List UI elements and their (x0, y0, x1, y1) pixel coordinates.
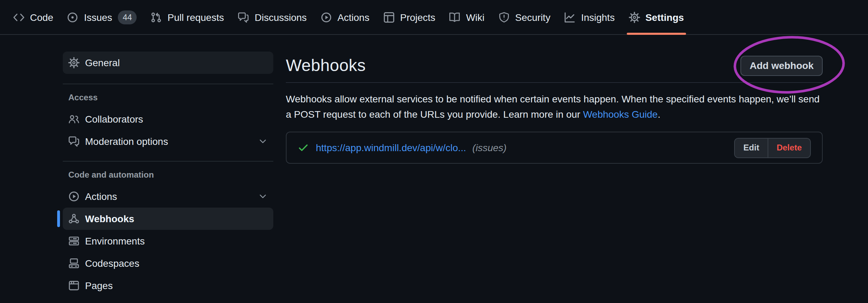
check-icon (298, 142, 309, 153)
settings-sidebar: General Access Collaborators Moderation … (63, 52, 273, 297)
sidebar-item-moderation-options[interactable]: Moderation options (63, 130, 273, 153)
tab-wiki[interactable]: Wiki (442, 0, 492, 34)
webhook-actions-group: Edit Delete (734, 138, 811, 158)
tab-actions[interactable]: Actions (314, 0, 376, 34)
sidebar-item-label: Codespaces (85, 258, 139, 269)
tab-label: Projects (400, 11, 435, 23)
sidebar-item-environments[interactable]: Environments (63, 230, 273, 252)
chevron-down-icon (258, 137, 268, 146)
description-text: Webhooks allow external services to be n… (286, 93, 820, 120)
comment-discussion-icon (68, 136, 79, 147)
sidebar-item-label: Moderation options (85, 136, 168, 147)
play-icon (321, 11, 332, 23)
gear-icon (68, 57, 79, 68)
tab-label: Issues (84, 11, 112, 23)
page-header: Webhooks Add webhook (286, 49, 823, 82)
git-pull-request-icon (151, 11, 162, 23)
codespaces-icon (68, 258, 79, 269)
gear-icon (629, 11, 640, 23)
tab-label: Security (515, 11, 550, 23)
header-divider (286, 82, 823, 83)
sidebar-divider (63, 84, 273, 84)
webhooks-settings-panel: Webhooks Add webhook Webhooks allow exte… (286, 43, 823, 164)
chevron-down-icon (258, 192, 268, 201)
code-icon (13, 11, 24, 23)
tab-pull-requests[interactable]: Pull requests (144, 0, 231, 34)
tab-settings[interactable]: Settings (622, 0, 691, 34)
server-icon (68, 235, 79, 247)
page-title: Webhooks (286, 56, 366, 75)
issue-opened-icon (67, 11, 78, 23)
sidebar-item-actions[interactable]: Actions (63, 185, 273, 208)
sidebar-item-label: General (85, 57, 120, 68)
tab-label: Actions (337, 11, 370, 23)
sidebar-section-title-code-automation: Code and automation (63, 167, 273, 185)
issues-count-badge: 44 (118, 10, 137, 24)
description-period: . (658, 109, 661, 120)
webhook-list-item: https://app.windmill.dev/api/w/clo... (i… (286, 132, 823, 164)
tab-label: Discussions (254, 11, 306, 23)
tab-label: Wiki (466, 11, 485, 23)
tab-code[interactable]: Code (6, 0, 60, 34)
edit-webhook-button[interactable]: Edit (735, 138, 768, 157)
sidebar-item-general[interactable]: General (63, 52, 273, 74)
tab-insights[interactable]: Insights (557, 0, 622, 34)
webhooks-guide-link[interactable]: Webhooks Guide (583, 109, 657, 120)
shield-icon (498, 11, 510, 23)
webhook-url-link[interactable]: https://app.windmill.dev/api/w/clo... (316, 142, 466, 153)
play-icon (68, 191, 79, 202)
tab-label: Settings (645, 11, 684, 23)
graph-icon (564, 11, 576, 23)
tab-issues[interactable]: Issues 44 (60, 0, 144, 34)
sidebar-section-title-access: Access (63, 90, 273, 108)
sidebar-item-label: Environments (85, 235, 145, 247)
github-settings-page: Code Issues 44 Pull requests Discussions… (0, 0, 868, 303)
sidebar-item-webhooks[interactable]: Webhooks (63, 208, 273, 230)
webhooks-description: Webhooks allow external services to be n… (286, 91, 823, 122)
webhook-events: (issues) (472, 142, 507, 153)
sidebar-item-label: Pages (85, 280, 113, 291)
sidebar-item-label: Collaborators (85, 114, 143, 125)
browser-icon (68, 280, 79, 291)
table-icon (383, 11, 395, 23)
webhook-icon (68, 213, 79, 224)
sidebar-item-label: Actions (85, 191, 117, 202)
comment-discussion-icon (238, 11, 249, 23)
sidebar-item-label: Webhooks (85, 213, 134, 224)
sidebar-divider (63, 161, 273, 162)
delete-webhook-button[interactable]: Delete (768, 138, 810, 157)
book-icon (449, 11, 460, 23)
tab-label: Insights (581, 11, 615, 23)
people-icon (68, 114, 79, 125)
repo-tab-bar: Code Issues 44 Pull requests Discussions… (0, 0, 868, 35)
tab-discussions[interactable]: Discussions (231, 0, 313, 34)
tab-security[interactable]: Security (492, 0, 557, 34)
add-webhook-button[interactable]: Add webhook (740, 55, 823, 76)
tab-projects[interactable]: Projects (376, 0, 442, 34)
sidebar-item-collaborators[interactable]: Collaborators (63, 108, 273, 130)
tab-label: Pull requests (168, 11, 224, 23)
tab-label: Code (30, 11, 53, 23)
sidebar-item-codespaces[interactable]: Codespaces (63, 252, 273, 274)
sidebar-item-pages[interactable]: Pages (63, 274, 273, 297)
selected-indicator-bar (57, 210, 60, 227)
